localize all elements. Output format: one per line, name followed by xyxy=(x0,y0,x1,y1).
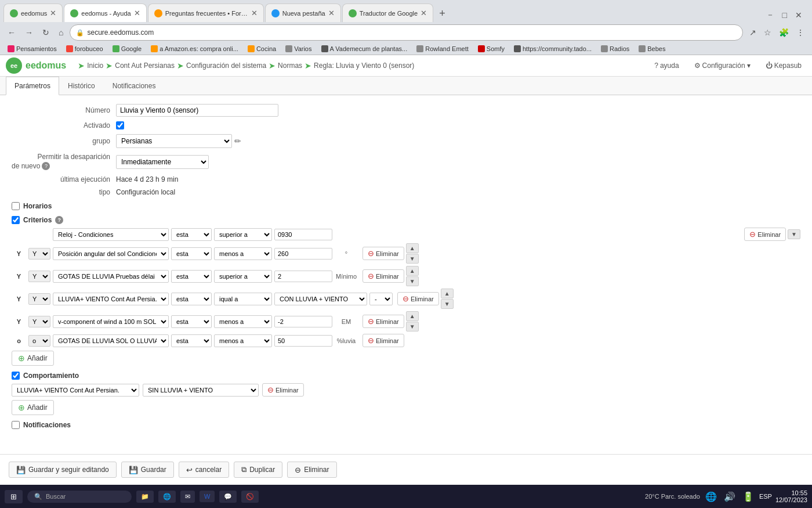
back-button[interactable]: ← xyxy=(5,26,19,39)
criteria-connector-select-4[interactable]: Y xyxy=(28,316,50,327)
breadcrumb-normas[interactable]: Normas xyxy=(278,62,302,70)
criteria-device-1[interactable]: Posición angular del sol Condicione xyxy=(53,247,169,260)
tab-close-4[interactable]: ✕ xyxy=(328,9,335,17)
criteria-operator-0[interactable]: superior a xyxy=(214,228,272,241)
tab-close-1[interactable]: ✕ xyxy=(50,9,56,17)
criteria-condition-2[interactable]: esta xyxy=(171,270,212,283)
criteria-extra-select-3[interactable]: CON LLUVIA + VIENTO xyxy=(274,293,367,305)
criteria-operator-5[interactable]: menos a xyxy=(214,334,272,347)
bookmark-vademecum[interactable]: A Vademecum de plantas... xyxy=(318,44,411,53)
criteria-device-2[interactable]: GOTAS DE LLUVIA Pruebas délai er xyxy=(53,270,169,283)
taskbar-app-blocked[interactable]: 🚫 xyxy=(241,491,259,503)
tab-close-3[interactable]: ✕ xyxy=(251,9,258,17)
criterios-checkbox[interactable] xyxy=(12,216,20,224)
grupo-select[interactable]: Persianas xyxy=(116,134,232,148)
tab-close-5[interactable]: ✕ xyxy=(420,9,427,17)
bookmark-google[interactable]: Google xyxy=(110,44,144,53)
bookmark-rowland[interactable]: Rowland Emett xyxy=(414,44,472,53)
breadcrumb-inicio[interactable]: Inicio xyxy=(87,62,103,70)
taskbar-clock[interactable]: 10:55 12/07/2023 xyxy=(775,489,807,503)
criteria-eliminar-button-4[interactable]: ⊖ Eliminar xyxy=(362,315,404,328)
criteria-down-button-1[interactable]: ▼ xyxy=(406,254,419,264)
behavior-eliminar-button[interactable]: ⊖ Eliminar xyxy=(262,383,304,397)
criteria-operator-3[interactable]: iqual a xyxy=(214,293,272,305)
behavior-device-select[interactable]: LLUVIA+ VIENTO Cont Aut Persian. xyxy=(12,384,139,397)
criteria-extra-dash-3[interactable]: - xyxy=(369,293,393,305)
minimize-button[interactable]: － xyxy=(763,8,777,22)
browser-tab-4[interactable]: Nueva pestaña ✕ xyxy=(265,3,341,22)
behavior-value-select[interactable]: SIN LLUVIA + VIENTO xyxy=(143,384,259,397)
criteria-up-button-1[interactable]: ▲ xyxy=(406,243,419,253)
config-button[interactable]: ⚙ Configuración ▾ xyxy=(690,60,755,71)
browser-tab-1[interactable]: eedomus ✕ xyxy=(3,3,63,22)
criteria-connector-select-1[interactable]: Y xyxy=(28,248,50,260)
grupo-edit-button[interactable]: ✏ xyxy=(234,136,241,146)
home-button[interactable]: ⌂ xyxy=(56,26,66,39)
taskbar-search-box[interactable]: 🔍 Buscar xyxy=(27,491,132,503)
notificaciones-checkbox[interactable] xyxy=(12,421,20,429)
criteria-eliminar-button-3[interactable]: ⊖ Eliminar xyxy=(397,292,439,305)
numero-input[interactable] xyxy=(116,104,278,117)
bookmark-cocina[interactable]: Cocina xyxy=(245,44,279,53)
share-button[interactable]: ↗ xyxy=(746,26,759,39)
duplicate-button[interactable]: ⧉ Duplicar xyxy=(234,462,282,478)
criteria-down-button-3[interactable]: ▼ xyxy=(441,299,454,309)
taskbar-app-files[interactable]: 📁 xyxy=(136,491,154,503)
comportamiento-checkbox[interactable] xyxy=(12,372,20,380)
bookmark-radios[interactable]: Radios xyxy=(598,44,632,53)
user-button[interactable]: ⏻ Kepasub xyxy=(761,60,806,71)
bookmark-button[interactable]: ☆ xyxy=(761,26,774,39)
menu-button[interactable]: ⋮ xyxy=(793,26,807,39)
criteria-eliminar-button-0[interactable]: ⊖ Eliminar xyxy=(744,228,786,241)
breadcrumb-config-sistema[interactable]: Configuración del sistema xyxy=(186,62,266,70)
extensions-button[interactable]: 🧩 xyxy=(776,26,792,39)
bookmark-bebes[interactable]: Bebes xyxy=(636,44,668,53)
taskbar-app-browser[interactable]: 🌐 xyxy=(158,491,176,503)
criteria-value-0[interactable] xyxy=(274,229,332,240)
criteria-operator-1[interactable]: menos a xyxy=(214,247,272,260)
criteria-device-3[interactable]: LLUVIA+ VIENTO Cont Aut Persia... xyxy=(53,293,169,305)
criteria-value-5[interactable] xyxy=(274,335,332,347)
address-bar[interactable]: 🔒 secure.eedomus.com xyxy=(70,24,743,41)
criteria-eliminar-button-2[interactable]: ⊖ Eliminar xyxy=(362,269,404,283)
criteria-operator-4[interactable]: menos a xyxy=(214,315,272,328)
taskbar-app-word[interactable]: W xyxy=(200,491,215,502)
criteria-value-1[interactable] xyxy=(274,248,332,260)
criteria-add-button[interactable]: ⊕ Añadir xyxy=(12,351,54,366)
taskbar-start-button[interactable]: ⊞ xyxy=(5,490,23,503)
delete-button[interactable]: ⊖ Eliminar xyxy=(287,462,336,478)
close-button[interactable]: ✕ xyxy=(792,9,805,21)
permitir-help-icon[interactable]: ? xyxy=(42,162,50,170)
forward-button[interactable]: → xyxy=(22,26,36,39)
reload-button[interactable]: ↻ xyxy=(39,26,52,39)
criteria-down-button-4[interactable]: ▼ xyxy=(406,322,419,332)
criteria-eliminar-button-5[interactable]: ⊖ Eliminar xyxy=(362,334,404,347)
maximize-button[interactable]: □ xyxy=(780,9,790,21)
criteria-up-button-4[interactable]: ▲ xyxy=(406,311,419,321)
criteria-up-button-2[interactable]: ▲ xyxy=(406,266,419,276)
criteria-connector-select-3[interactable]: Y xyxy=(28,293,50,305)
criteria-operator-2[interactable]: superior a xyxy=(214,270,272,283)
criteria-eliminar-button-1[interactable]: ⊖ Eliminar xyxy=(362,247,404,260)
criterios-help-icon[interactable]: ? xyxy=(55,216,63,224)
criteria-condition-3[interactable]: esta xyxy=(171,293,212,305)
bookmark-tado[interactable]: https://community.tado... xyxy=(511,44,594,53)
bookmark-forobuceo[interactable]: forobuceo xyxy=(63,44,106,53)
save-button[interactable]: 💾 Guardar xyxy=(121,462,174,478)
criteria-condition-4[interactable]: esta xyxy=(171,315,212,328)
save-continue-button[interactable]: 💾 Guardar y seguir editando xyxy=(9,462,117,478)
criteria-up-button-3[interactable]: ▲ xyxy=(441,289,454,298)
criteria-down-button-2[interactable]: ▼ xyxy=(406,276,419,286)
tab-parametros[interactable]: Parámetros xyxy=(6,77,59,95)
bookmark-varios[interactable]: Varios xyxy=(282,44,314,53)
browser-tab-2[interactable]: eedomus - Ayuda ✕ xyxy=(64,3,146,22)
browser-tab-5[interactable]: Traductor de Google ✕ xyxy=(342,3,433,22)
taskbar-app-whatsapp[interactable]: 💬 xyxy=(219,491,237,503)
criteria-value-2[interactable] xyxy=(274,271,332,282)
horarios-checkbox[interactable] xyxy=(12,202,20,210)
tab-close-2[interactable]: ✕ xyxy=(134,9,140,17)
criteria-condition-0[interactable]: esta xyxy=(171,228,212,241)
tab-notificaciones[interactable]: Notificaciones xyxy=(104,77,165,95)
criteria-down-button-0[interactable]: ▼ xyxy=(788,229,800,239)
criteria-connector-select-5[interactable]: o xyxy=(28,335,50,347)
